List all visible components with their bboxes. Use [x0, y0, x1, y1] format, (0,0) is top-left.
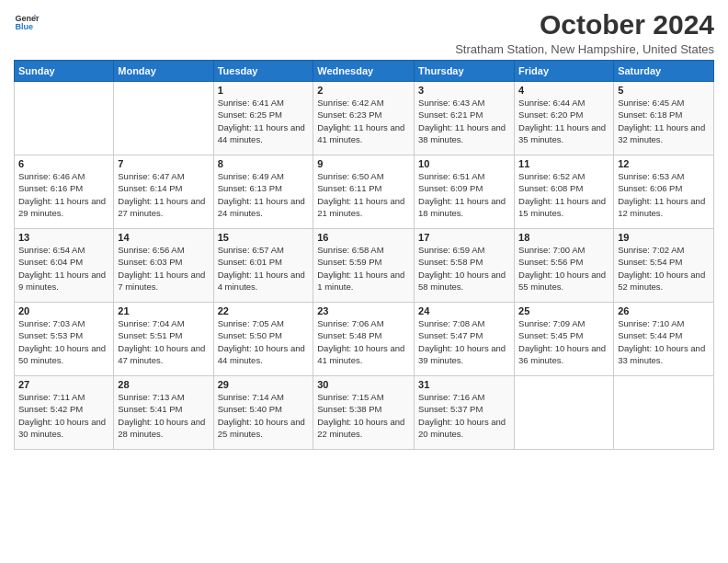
- calendar-table: Sunday Monday Tuesday Wednesday Thursday…: [14, 60, 714, 450]
- day-number: 6: [18, 158, 109, 169]
- calendar-cell: 25Sunrise: 7:09 AM Sunset: 5:45 PM Dayli…: [515, 303, 614, 376]
- calendar-cell: 4Sunrise: 6:44 AM Sunset: 6:20 PM Daylig…: [515, 82, 614, 155]
- day-number: 22: [218, 305, 310, 316]
- calendar-cell: 15Sunrise: 6:57 AM Sunset: 6:01 PM Dayli…: [213, 229, 313, 303]
- page-header: General Blue October 2024 Stratham Stati…: [14, 9, 714, 56]
- day-number: 19: [618, 232, 710, 243]
- day-number: 24: [418, 305, 510, 316]
- calendar-cell: 11Sunrise: 6:52 AM Sunset: 6:08 PM Dayli…: [515, 155, 614, 229]
- day-info: Sunrise: 7:08 AM Sunset: 5:47 PM Dayligh…: [418, 317, 510, 366]
- calendar-cell: 20Sunrise: 7:03 AM Sunset: 5:53 PM Dayli…: [15, 303, 114, 376]
- day-number: 31: [418, 379, 510, 390]
- location: Stratham Station, New Hampshire, United …: [455, 42, 714, 56]
- day-info: Sunrise: 6:41 AM Sunset: 6:25 PM Dayligh…: [218, 97, 310, 145]
- day-number: 17: [418, 232, 510, 243]
- day-info: Sunrise: 7:04 AM Sunset: 5:51 PM Dayligh…: [118, 317, 209, 366]
- calendar-cell: 22Sunrise: 7:05 AM Sunset: 5:50 PM Dayli…: [213, 303, 313, 376]
- calendar-cell: 27Sunrise: 7:11 AM Sunset: 5:42 PM Dayli…: [15, 376, 114, 450]
- calendar-week-4: 20Sunrise: 7:03 AM Sunset: 5:53 PM Dayli…: [15, 303, 714, 376]
- calendar-cell: 13Sunrise: 6:54 AM Sunset: 6:04 PM Dayli…: [15, 229, 114, 303]
- day-info: Sunrise: 7:09 AM Sunset: 5:45 PM Dayligh…: [518, 317, 609, 366]
- calendar-cell: [515, 376, 614, 450]
- day-info: Sunrise: 6:53 AM Sunset: 6:06 PM Dayligh…: [618, 170, 710, 219]
- day-info: Sunrise: 7:05 AM Sunset: 5:50 PM Dayligh…: [218, 317, 310, 366]
- calendar-week-5: 27Sunrise: 7:11 AM Sunset: 5:42 PM Dayli…: [15, 376, 714, 450]
- calendar-cell: 30Sunrise: 7:15 AM Sunset: 5:38 PM Dayli…: [313, 376, 415, 450]
- calendar-cell: 7Sunrise: 6:47 AM Sunset: 6:14 PM Daylig…: [114, 155, 213, 229]
- day-number: 5: [618, 85, 710, 96]
- day-number: 20: [18, 305, 109, 316]
- day-info: Sunrise: 6:50 AM Sunset: 6:11 PM Dayligh…: [317, 170, 410, 219]
- col-saturday: Saturday: [614, 61, 714, 82]
- col-sunday: Sunday: [15, 61, 114, 82]
- day-number: 9: [317, 158, 410, 169]
- calendar-cell: 14Sunrise: 6:56 AM Sunset: 6:03 PM Dayli…: [114, 229, 213, 303]
- day-number: 25: [518, 305, 609, 316]
- calendar-cell: 18Sunrise: 7:00 AM Sunset: 5:56 PM Dayli…: [515, 229, 614, 303]
- col-tuesday: Tuesday: [213, 61, 313, 82]
- calendar-cell: 31Sunrise: 7:16 AM Sunset: 5:37 PM Dayli…: [415, 376, 515, 450]
- day-info: Sunrise: 6:44 AM Sunset: 6:20 PM Dayligh…: [518, 97, 609, 145]
- calendar-week-3: 13Sunrise: 6:54 AM Sunset: 6:04 PM Dayli…: [15, 229, 714, 303]
- day-info: Sunrise: 7:02 AM Sunset: 5:54 PM Dayligh…: [618, 244, 710, 293]
- day-number: 23: [317, 305, 410, 316]
- day-number: 29: [218, 379, 310, 390]
- day-info: Sunrise: 6:47 AM Sunset: 6:14 PM Dayligh…: [118, 170, 209, 219]
- day-info: Sunrise: 6:56 AM Sunset: 6:03 PM Dayligh…: [118, 244, 209, 293]
- day-number: 14: [118, 232, 209, 243]
- day-number: 1: [218, 85, 310, 96]
- calendar-cell: 17Sunrise: 6:59 AM Sunset: 5:58 PM Dayli…: [415, 229, 515, 303]
- day-info: Sunrise: 6:46 AM Sunset: 6:16 PM Dayligh…: [18, 170, 109, 219]
- calendar-cell: 26Sunrise: 7:10 AM Sunset: 5:44 PM Dayli…: [614, 303, 714, 376]
- col-thursday: Thursday: [415, 61, 515, 82]
- day-info: Sunrise: 7:10 AM Sunset: 5:44 PM Dayligh…: [618, 317, 710, 366]
- calendar-cell: [614, 376, 714, 450]
- calendar-cell: 28Sunrise: 7:13 AM Sunset: 5:41 PM Dayli…: [114, 376, 213, 450]
- calendar-week-1: 1Sunrise: 6:41 AM Sunset: 6:25 PM Daylig…: [15, 82, 714, 155]
- month-title: October 2024: [455, 9, 714, 40]
- day-number: 18: [518, 232, 609, 243]
- day-info: Sunrise: 6:51 AM Sunset: 6:09 PM Dayligh…: [418, 170, 510, 219]
- day-number: 21: [118, 305, 209, 316]
- calendar-cell: 3Sunrise: 6:43 AM Sunset: 6:21 PM Daylig…: [415, 82, 515, 155]
- logo-icon: General Blue: [14, 9, 40, 35]
- calendar-cell: 21Sunrise: 7:04 AM Sunset: 5:51 PM Dayli…: [114, 303, 213, 376]
- calendar-cell: 5Sunrise: 6:45 AM Sunset: 6:18 PM Daylig…: [614, 82, 714, 155]
- day-number: 11: [518, 158, 609, 169]
- calendar-cell: 9Sunrise: 6:50 AM Sunset: 6:11 PM Daylig…: [313, 155, 415, 229]
- calendar-cell: 19Sunrise: 7:02 AM Sunset: 5:54 PM Dayli…: [614, 229, 714, 303]
- svg-text:Blue: Blue: [15, 22, 33, 31]
- calendar-cell: 24Sunrise: 7:08 AM Sunset: 5:47 PM Dayli…: [415, 303, 515, 376]
- day-info: Sunrise: 7:14 AM Sunset: 5:40 PM Dayligh…: [218, 391, 310, 440]
- calendar-cell: 16Sunrise: 6:58 AM Sunset: 5:59 PM Dayli…: [313, 229, 415, 303]
- day-number: 26: [618, 305, 710, 316]
- day-info: Sunrise: 6:54 AM Sunset: 6:04 PM Dayligh…: [18, 244, 109, 293]
- day-info: Sunrise: 7:16 AM Sunset: 5:37 PM Dayligh…: [418, 391, 510, 440]
- day-number: 15: [218, 232, 310, 243]
- day-info: Sunrise: 6:45 AM Sunset: 6:18 PM Dayligh…: [618, 97, 710, 145]
- col-friday: Friday: [515, 61, 614, 82]
- col-monday: Monday: [114, 61, 213, 82]
- day-number: 30: [317, 379, 410, 390]
- day-info: Sunrise: 6:52 AM Sunset: 6:08 PM Dayligh…: [518, 170, 609, 219]
- day-info: Sunrise: 6:43 AM Sunset: 6:21 PM Dayligh…: [418, 97, 510, 145]
- calendar-cell: 2Sunrise: 6:42 AM Sunset: 6:23 PM Daylig…: [313, 82, 415, 155]
- day-info: Sunrise: 7:15 AM Sunset: 5:38 PM Dayligh…: [317, 391, 410, 440]
- calendar-cell: 8Sunrise: 6:49 AM Sunset: 6:13 PM Daylig…: [213, 155, 313, 229]
- day-number: 2: [317, 85, 410, 96]
- day-number: 3: [418, 85, 510, 96]
- day-number: 12: [618, 158, 710, 169]
- day-info: Sunrise: 6:42 AM Sunset: 6:23 PM Dayligh…: [317, 97, 410, 145]
- day-info: Sunrise: 7:11 AM Sunset: 5:42 PM Dayligh…: [18, 391, 109, 440]
- day-number: 28: [118, 379, 209, 390]
- day-number: 16: [317, 232, 410, 243]
- day-number: 10: [418, 158, 510, 169]
- logo: General Blue: [14, 9, 40, 35]
- day-info: Sunrise: 6:59 AM Sunset: 5:58 PM Dayligh…: [418, 244, 510, 293]
- day-number: 8: [218, 158, 310, 169]
- day-info: Sunrise: 7:03 AM Sunset: 5:53 PM Dayligh…: [18, 317, 109, 366]
- day-number: 4: [518, 85, 609, 96]
- day-number: 7: [118, 158, 209, 169]
- header-row: Sunday Monday Tuesday Wednesday Thursday…: [15, 61, 714, 82]
- calendar-cell: 29Sunrise: 7:14 AM Sunset: 5:40 PM Dayli…: [213, 376, 313, 450]
